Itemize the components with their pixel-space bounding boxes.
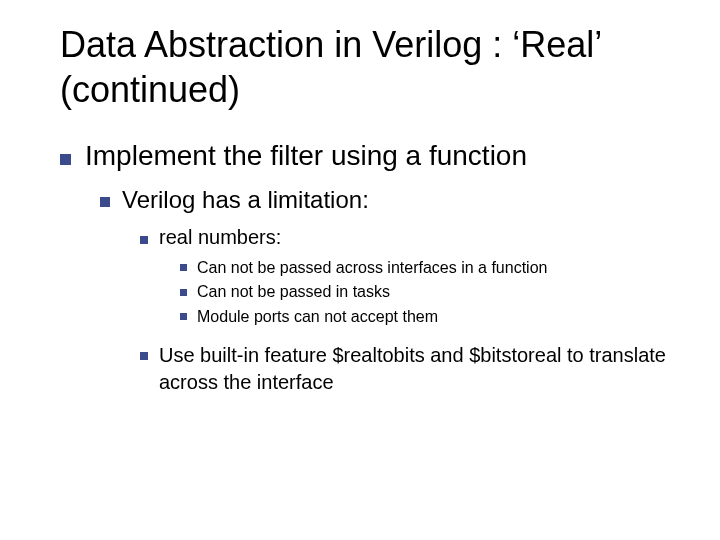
- bullet-level1: Implement the filter using a function: [60, 140, 680, 172]
- bullet-level4: Can not be passed across interfaces in a…: [180, 257, 680, 279]
- level3-text: real numbers:: [159, 226, 680, 249]
- level4-text: Module ports can not accept them: [197, 306, 680, 328]
- bullet-level2: Verilog has a limitation:: [100, 186, 680, 214]
- bullet-level4: Module ports can not accept them: [180, 306, 680, 328]
- square-bullet-icon: [180, 313, 187, 320]
- square-bullet-icon: [140, 236, 148, 244]
- level4-text: Can not be passed in tasks: [197, 281, 680, 303]
- bullet-level3: Use built-in feature $realtobits and $bi…: [140, 342, 680, 396]
- level1-text: Implement the filter using a function: [85, 140, 680, 172]
- square-bullet-icon: [140, 352, 148, 360]
- level2-text: Verilog has a limitation:: [122, 186, 680, 214]
- level4-text: Can not be passed across interfaces in a…: [197, 257, 680, 279]
- square-bullet-icon: [100, 197, 110, 207]
- square-bullet-icon: [60, 154, 71, 165]
- bullet-level3: real numbers:: [140, 226, 680, 249]
- square-bullet-icon: [180, 264, 187, 271]
- slide: Data Abstraction in Verilog : ‘Real’ (co…: [0, 0, 720, 540]
- bullet-level4: Can not be passed in tasks: [180, 281, 680, 303]
- square-bullet-icon: [180, 289, 187, 296]
- slide-title: Data Abstraction in Verilog : ‘Real’ (co…: [60, 22, 680, 112]
- level3-text: Use built-in feature $realtobits and $bi…: [159, 342, 680, 396]
